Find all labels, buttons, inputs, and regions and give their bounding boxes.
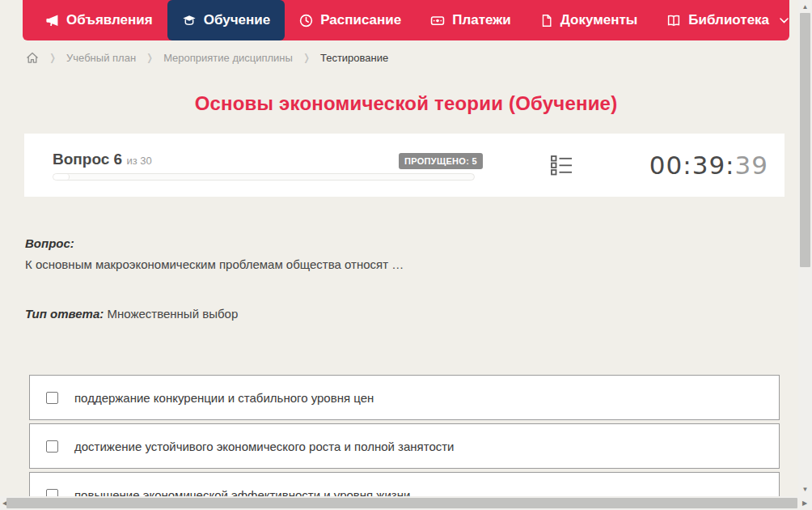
open-book-icon [666, 14, 681, 28]
answer-type-label: Тип ответа: [25, 307, 104, 321]
answer-option-label: достижение устойчивого экономического ро… [74, 440, 454, 453]
breadcrumb-separator-icon: ❭ [49, 52, 57, 63]
wallet-icon [430, 14, 445, 28]
breadcrumb-discipline-event[interactable]: Мероприятие дисциплины [163, 52, 293, 64]
nav-item-label: Библиотека [688, 12, 769, 28]
question-header-card: Вопрос 6 из 30 ПРОПУЩЕНО: 5 00:39:39 [24, 134, 785, 197]
question-total: из 30 [126, 155, 151, 167]
question-list-icon [548, 151, 575, 179]
nav-item-label: Объявления [66, 12, 153, 28]
breadcrumb-testing: Тестирование [320, 52, 388, 64]
megaphone-icon [45, 14, 59, 28]
question-text: К основным макроэкономическим проблемам … [25, 257, 753, 271]
nav-item-label: Обучение [204, 12, 270, 28]
page-title: Основы экономической теории (Обучение) [23, 92, 789, 115]
question-progress-bar [53, 173, 475, 181]
breadcrumb: ❭ Учебный план ❭ Мероприятие дисциплины … [26, 51, 388, 64]
document-icon [540, 14, 553, 28]
home-icon[interactable] [26, 51, 39, 64]
question-progress-fill [53, 174, 70, 180]
timer-hours-minutes: 00:39: [649, 151, 735, 180]
nav-item-schedule[interactable]: Расписание [285, 0, 416, 40]
nav-item-library[interactable]: Библиотека [652, 0, 803, 40]
clock-icon [299, 14, 313, 28]
breadcrumb-separator-icon: ❭ [302, 52, 311, 63]
nav-item-announcements[interactable]: Объявления [31, 0, 167, 40]
answer-option[interactable]: достижение устойчивого экономического ро… [29, 423, 780, 469]
answer-option-label: поддержание конкуренции и стабильного ур… [74, 391, 374, 405]
vertical-scrollbar[interactable]: ▲ ▼ [798, 0, 812, 496]
nav-item-learning[interactable]: Обучение [167, 0, 285, 40]
question-number-label: Вопрос 6 [53, 151, 122, 168]
scroll-right-arrow-icon[interactable]: ▶ [800, 496, 810, 510]
breadcrumb-separator-icon: ❭ [146, 52, 154, 63]
scroll-up-arrow-icon[interactable]: ▲ [798, 1, 812, 12]
answer-option[interactable]: поддержание конкуренции и стабильного ур… [29, 375, 780, 420]
nav-item-label: Расписание [320, 12, 401, 28]
nav-item-payments[interactable]: Платежи [416, 0, 526, 40]
checkbox[interactable] [46, 440, 58, 453]
exam-timer: 00:39:39 [649, 151, 768, 180]
main-nav: Объявления Обучение Расписание Платежи Д… [23, 0, 789, 40]
scroll-down-arrow-icon[interactable]: ▼ [798, 483, 812, 495]
graduation-cap-icon [182, 14, 197, 28]
answer-type-line: Тип ответа: Множественный выбор [25, 307, 238, 321]
question-list-button[interactable] [546, 150, 577, 181]
nav-item-label: Платежи [452, 12, 511, 28]
nav-item-label: Документы [560, 12, 638, 28]
skipped-badge: ПРОПУЩЕНО: 5 [399, 153, 483, 169]
horizontal-scrollbar[interactable]: ◀ ▶ [0, 496, 812, 510]
chevron-down-icon [780, 18, 789, 23]
question-label: Вопрос: [25, 236, 74, 250]
breadcrumb-study-plan[interactable]: Учебный план [66, 52, 136, 64]
vertical-scrollbar-thumb[interactable] [800, 13, 810, 267]
timer-seconds: 39 [735, 151, 768, 180]
answer-type-value: Множественный выбор [104, 307, 238, 321]
horizontal-scrollbar-thumb[interactable] [6, 498, 797, 508]
nav-item-documents[interactable]: Документы [526, 0, 653, 40]
checkbox[interactable] [46, 392, 58, 404]
question-number: Вопрос 6 из 30 [53, 151, 152, 168]
